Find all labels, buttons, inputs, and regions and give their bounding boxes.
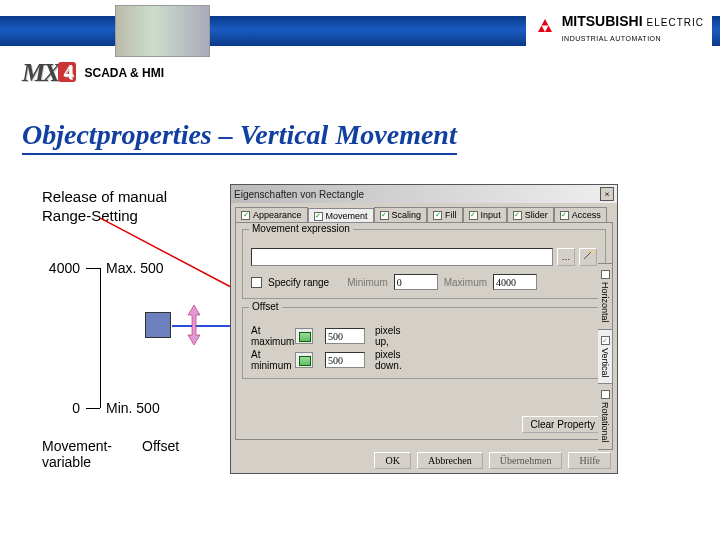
page-title: Objectproperties – Vertical Movement <box>22 120 457 155</box>
sidetab-rotational[interactable]: Rotational <box>598 383 613 450</box>
specify-range-label: Specify range <box>268 277 329 288</box>
product-mark: MX4 SCADA & HMI <box>22 60 164 86</box>
brand-logo: MITSUBISHI ELECTRIC INDUSTRIAL AUTOMATIO… <box>526 10 712 48</box>
min-label: Minimum <box>347 277 388 288</box>
release-note-l1: Release of manual <box>42 188 167 207</box>
tab-fill[interactable]: ✓Fill <box>427 207 463 222</box>
check-icon: ✓ <box>314 212 323 221</box>
cancel-button[interactable]: Abbrechen <box>417 452 483 469</box>
product-mark-digit: 4 <box>58 62 76 82</box>
sidetab-label: Rotational <box>600 402 610 443</box>
group-label-offset: Offset <box>249 301 282 312</box>
clear-property-button[interactable]: Clear Property <box>522 416 604 433</box>
tab-input[interactable]: ✓Input <box>463 207 507 222</box>
tab-movement[interactable]: ✓Movement <box>308 208 374 223</box>
check-icon: ✓ <box>601 336 610 345</box>
group-label-expression: Movement expression <box>249 223 353 234</box>
check-icon <box>601 270 610 279</box>
sidetab-horizontal[interactable]: Horizontal <box>598 263 613 330</box>
dialog-title: Eigenschaften von Rectangle <box>234 189 364 200</box>
tab-label: Access <box>572 210 601 220</box>
offset-min-input[interactable] <box>325 352 365 368</box>
svg-marker-5 <box>188 305 200 345</box>
unit-label: down. <box>375 360 402 371</box>
tick-icon <box>86 408 100 409</box>
check-icon: ✓ <box>560 211 569 220</box>
max-input[interactable] <box>493 274 537 290</box>
vertical-movement-arrow-icon <box>186 305 202 345</box>
offset-max-input[interactable] <box>325 328 365 344</box>
expression-input[interactable] <box>251 248 553 266</box>
tab-label: Scaling <box>392 210 422 220</box>
scale-axis <box>100 268 101 408</box>
ok-button[interactable]: OK <box>374 452 410 469</box>
sidetab-vertical[interactable]: ✓Vertical <box>598 329 613 385</box>
scale-lo-var: 0 <box>42 400 80 416</box>
check-icon: ✓ <box>513 211 522 220</box>
check-icon: ✓ <box>433 211 442 220</box>
check-icon: ✓ <box>469 211 478 220</box>
tick-icon <box>86 268 100 269</box>
browse-button[interactable]: … <box>557 248 575 266</box>
offset-down-icon <box>295 352 313 368</box>
check-icon <box>601 390 610 399</box>
properties-dialog: Eigenschaften von Rectangle × ✓Appearanc… <box>230 184 618 474</box>
svg-line-6 <box>584 251 592 259</box>
product-mark-prefix: MX <box>22 58 58 87</box>
tab-scaling[interactable]: ✓Scaling <box>374 207 428 222</box>
tab-label: Appearance <box>253 210 302 220</box>
close-button[interactable]: × <box>600 187 614 201</box>
max-label: Maximum <box>444 277 487 288</box>
wand-icon <box>582 249 594 261</box>
unit-label: pixels <box>375 349 401 360</box>
svg-marker-0 <box>541 19 548 26</box>
movement-var-l1: Movement- <box>42 438 112 454</box>
scale-hi-var: 4000 <box>42 260 80 276</box>
brand-name: MITSUBISHI <box>562 14 643 28</box>
tab-access[interactable]: ✓Access <box>554 207 607 222</box>
tab-appearance[interactable]: ✓Appearance <box>235 207 308 222</box>
tab-label: Slider <box>525 210 548 220</box>
unit-label: up, <box>375 336 389 347</box>
check-icon: ✓ <box>380 211 389 220</box>
tab-label: Input <box>481 210 501 220</box>
product-photo-strip <box>115 5 210 57</box>
sidetab-label: Vertical <box>600 348 610 378</box>
apply-button[interactable]: Übernehmen <box>489 452 563 469</box>
tab-label: Fill <box>445 210 457 220</box>
movement-var-l2: variable <box>42 454 112 470</box>
scale-hi-offset: Max. 500 <box>106 260 164 276</box>
svg-marker-2 <box>545 26 552 33</box>
scale-lo-offset: Min. 500 <box>106 400 160 416</box>
product-subtitle: SCADA & HMI <box>84 66 164 80</box>
brand-sub: INDUSTRIAL AUTOMATION <box>562 35 661 42</box>
offset-label: Offset <box>142 438 179 454</box>
min-input[interactable] <box>394 274 438 290</box>
at-max-label: At maximum <box>251 325 289 347</box>
svg-marker-1 <box>538 26 545 33</box>
tab-slider[interactable]: ✓Slider <box>507 207 554 222</box>
check-icon: ✓ <box>241 211 250 220</box>
unit-label: pixels <box>375 325 401 336</box>
variable-offset-labels: Movement- variable Offset <box>42 438 179 470</box>
tab-strip: ✓Appearance ✓Movement ✓Scaling ✓Fill ✓In… <box>231 203 617 222</box>
offset-up-icon <box>295 328 313 344</box>
tab-label: Movement <box>326 211 368 221</box>
at-min-label: At minimum <box>251 349 289 371</box>
specify-range-checkbox[interactable] <box>251 277 262 288</box>
brand-suffix: ELECTRIC <box>647 18 704 28</box>
center-object-box <box>145 312 171 338</box>
sidetab-label: Horizontal <box>600 282 610 323</box>
fx-button[interactable] <box>579 248 597 266</box>
help-button[interactable]: Hilfe <box>568 452 611 469</box>
svg-point-7 <box>591 250 594 253</box>
mitsubishi-triangles-icon <box>534 19 556 39</box>
